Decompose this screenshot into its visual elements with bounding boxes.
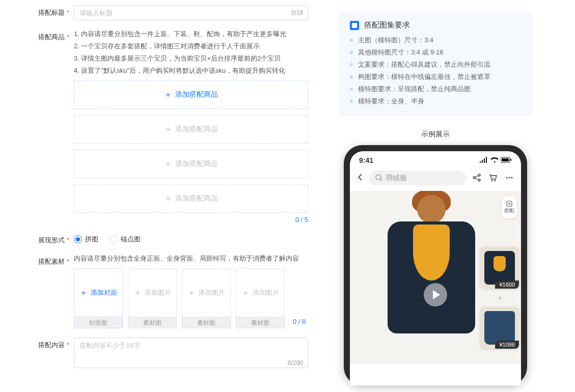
svg-point-10 <box>509 177 510 178</box>
dapei-badge[interactable]: 搭配 <box>502 196 517 218</box>
svg-point-5 <box>478 174 480 176</box>
content-label: 搭配内容* <box>38 338 74 350</box>
svg-point-8 <box>495 180 496 181</box>
jacket-thumb-icon <box>484 251 515 285</box>
upload-img-3[interactable]: ＋ 添加图片 <box>236 268 285 317</box>
bullet-icon <box>350 51 353 54</box>
svg-point-4 <box>473 177 475 179</box>
req-item: 主图（模特图）尺寸：3:4 <box>358 35 433 45</box>
play-button[interactable] <box>424 283 447 306</box>
share-icon[interactable] <box>472 173 481 184</box>
goods-label: 搭配商品* <box>38 30 74 42</box>
play-icon <box>433 290 440 299</box>
content-textarea[interactable] <box>74 338 308 368</box>
back-icon[interactable] <box>357 173 363 183</box>
req-item: 其他模特图尺寸：3:4 或 9:16 <box>358 47 444 58</box>
svg-rect-1 <box>502 158 509 161</box>
bullet-icon <box>350 39 353 42</box>
plus-icon: ＋ <box>164 194 172 203</box>
title-counter: 0/18 <box>291 9 303 16</box>
req-item: 文案要求：搭配心得及建议，禁止向外部引流 <box>358 60 490 70</box>
preview-hero: 搭配 ¥1600 ＋ ¥1098 <box>350 191 521 364</box>
status-bar: 9:41 <box>350 151 521 167</box>
phone-preview: 9:41 <box>344 145 527 385</box>
product-price-1: ¥1600 <box>495 281 519 289</box>
upload-cover[interactable]: ＋ 添加封面 <box>74 268 123 317</box>
requirements-panel: 搭配图集要求 主图（模特图）尺寸：3:4 其他模特图尺寸：3:4 或 9:16 … <box>339 11 532 117</box>
svg-point-6 <box>478 179 480 181</box>
bullet-icon <box>350 88 353 91</box>
upload-img-1[interactable]: ＋ 添加图片 <box>128 268 177 317</box>
add-goods-primary[interactable]: ＋ 添加搭配商品 <box>74 80 308 109</box>
plus-icon: ＋ <box>79 289 88 297</box>
caption-cover: 封面图 <box>74 317 123 328</box>
radio-maodiantu[interactable]: 锚点图 <box>109 235 141 244</box>
add-goods-3[interactable]: ＋ 添加搭配商品 <box>74 150 308 178</box>
upload-img-2[interactable]: ＋ 添加图片 <box>182 268 231 317</box>
svg-point-11 <box>511 177 513 178</box>
preview-title: 示例展示 <box>339 130 532 139</box>
badge-icon <box>506 200 513 207</box>
bullet-icon <box>350 63 353 66</box>
more-icon[interactable] <box>505 173 514 184</box>
goods-count: 0 / 5 <box>74 216 308 223</box>
radio-dot-checked-icon <box>74 235 82 243</box>
product-card-2[interactable]: ¥1098 <box>480 307 519 349</box>
goods-tips: 1. 内容请尽量分别包含一件上装、下装、鞋、配饰，有助于产生更多曝光 2. 一个… <box>74 30 308 75</box>
cart-icon[interactable] <box>488 173 498 184</box>
plus-icon: ＋ <box>241 289 250 297</box>
bullet-icon <box>350 100 353 103</box>
title-input[interactable] <box>74 5 308 20</box>
search-pill[interactable]: 羽绒服 <box>369 171 466 186</box>
caption-img-2: 素材图 <box>182 317 231 328</box>
title-label: 搭配标题* <box>38 5 74 17</box>
caption-img-3: 素材图 <box>236 317 285 328</box>
plus-icon: ＋ <box>164 125 172 133</box>
signal-icon <box>479 156 488 164</box>
radio-dot-icon <box>109 235 118 243</box>
req-item: 模特图要求：呈现搭配，禁止纯商品图 <box>358 84 471 94</box>
plus-icon: ＋ <box>187 289 196 297</box>
content-counter: 0/200 <box>288 359 303 367</box>
plus-icon: ＋ <box>133 289 142 297</box>
caption-img-1: 素材图 <box>128 317 177 328</box>
plus-icon: ＋ <box>164 160 172 168</box>
requirements-title: 搭配图集要求 <box>364 20 410 30</box>
bullet-icon <box>350 75 353 78</box>
requirements-icon <box>350 21 359 30</box>
plus-icon: ＋ <box>164 91 172 99</box>
material-count: 0 / 8 <box>293 272 306 325</box>
wifi-icon <box>490 156 499 164</box>
material-tip: 内容请尽量分别包含全身正面、全身背面、局部特写，有助于消费者了解内容 <box>74 254 308 263</box>
radio-pintu[interactable]: 拼图 <box>74 235 98 244</box>
svg-point-3 <box>376 175 381 180</box>
add-goods-4[interactable]: ＋ 添加搭配商品 <box>74 184 308 213</box>
battery-icon <box>501 156 512 164</box>
jeans-thumb-icon <box>484 311 515 345</box>
svg-point-7 <box>491 180 493 181</box>
svg-rect-2 <box>510 159 511 161</box>
search-text: 羽绒服 <box>386 174 407 183</box>
material-label: 搭配素材* <box>38 254 74 266</box>
search-icon <box>375 174 382 183</box>
model-illustration <box>375 191 487 364</box>
svg-point-9 <box>506 177 508 178</box>
display-label: 展现形式* <box>38 233 74 245</box>
req-item: 构图要求：模特在中线偏左最佳，禁止被遮罩 <box>358 72 490 82</box>
req-item: 模特要求：全身、半身 <box>358 96 424 106</box>
plus-separator-icon: ＋ <box>496 294 504 302</box>
status-time: 9:41 <box>359 156 373 164</box>
product-card-1[interactable]: ¥1600 <box>480 247 519 289</box>
product-price-2: ¥1098 <box>495 341 519 349</box>
add-goods-2[interactable]: ＋ 添加搭配商品 <box>74 115 308 144</box>
